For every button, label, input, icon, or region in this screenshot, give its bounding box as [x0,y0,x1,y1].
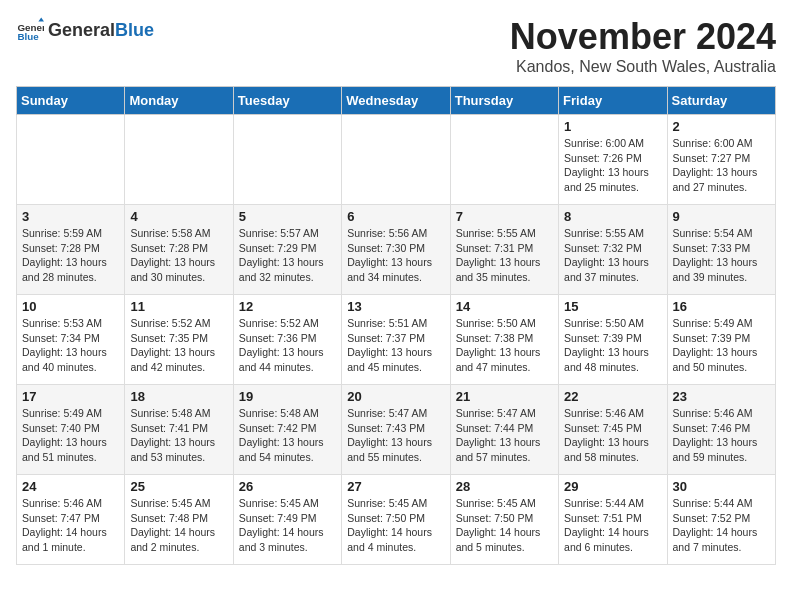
logo: General Blue GeneralBlue [16,16,154,44]
day-info: Sunrise: 5:45 AM Sunset: 7:49 PM Dayligh… [239,496,336,555]
day-info: Sunrise: 5:45 AM Sunset: 7:48 PM Dayligh… [130,496,227,555]
day-number: 19 [239,389,336,404]
calendar-cell: 28Sunrise: 5:45 AM Sunset: 7:50 PM Dayli… [450,475,558,565]
day-info: Sunrise: 5:45 AM Sunset: 7:50 PM Dayligh… [456,496,553,555]
svg-marker-2 [38,17,44,21]
day-number: 7 [456,209,553,224]
day-number: 24 [22,479,119,494]
day-info: Sunrise: 5:50 AM Sunset: 7:38 PM Dayligh… [456,316,553,375]
day-number: 4 [130,209,227,224]
calendar-cell: 25Sunrise: 5:45 AM Sunset: 7:48 PM Dayli… [125,475,233,565]
header: General Blue GeneralBlue November 2024 K… [16,16,776,76]
day-info: Sunrise: 5:48 AM Sunset: 7:42 PM Dayligh… [239,406,336,465]
day-number: 8 [564,209,661,224]
day-number: 17 [22,389,119,404]
calendar-week-row: 10Sunrise: 5:53 AM Sunset: 7:34 PM Dayli… [17,295,776,385]
calendar-cell: 9Sunrise: 5:54 AM Sunset: 7:33 PM Daylig… [667,205,775,295]
day-info: Sunrise: 5:54 AM Sunset: 7:33 PM Dayligh… [673,226,770,285]
calendar-cell: 14Sunrise: 5:50 AM Sunset: 7:38 PM Dayli… [450,295,558,385]
day-info: Sunrise: 5:55 AM Sunset: 7:31 PM Dayligh… [456,226,553,285]
day-number: 18 [130,389,227,404]
calendar-cell: 23Sunrise: 5:46 AM Sunset: 7:46 PM Dayli… [667,385,775,475]
calendar-cell: 19Sunrise: 5:48 AM Sunset: 7:42 PM Dayli… [233,385,341,475]
calendar-cell [125,115,233,205]
day-info: Sunrise: 5:59 AM Sunset: 7:28 PM Dayligh… [22,226,119,285]
calendar: SundayMondayTuesdayWednesdayThursdayFrid… [16,86,776,565]
calendar-cell: 16Sunrise: 5:49 AM Sunset: 7:39 PM Dayli… [667,295,775,385]
day-info: Sunrise: 5:46 AM Sunset: 7:45 PM Dayligh… [564,406,661,465]
day-info: Sunrise: 6:00 AM Sunset: 7:27 PM Dayligh… [673,136,770,195]
day-number: 30 [673,479,770,494]
calendar-cell: 8Sunrise: 5:55 AM Sunset: 7:32 PM Daylig… [559,205,667,295]
day-number: 26 [239,479,336,494]
day-number: 13 [347,299,444,314]
calendar-cell [17,115,125,205]
calendar-week-row: 24Sunrise: 5:46 AM Sunset: 7:47 PM Dayli… [17,475,776,565]
calendar-cell: 10Sunrise: 5:53 AM Sunset: 7:34 PM Dayli… [17,295,125,385]
day-info: Sunrise: 5:58 AM Sunset: 7:28 PM Dayligh… [130,226,227,285]
calendar-cell: 26Sunrise: 5:45 AM Sunset: 7:49 PM Dayli… [233,475,341,565]
day-number: 2 [673,119,770,134]
calendar-week-row: 1Sunrise: 6:00 AM Sunset: 7:26 PM Daylig… [17,115,776,205]
calendar-cell: 7Sunrise: 5:55 AM Sunset: 7:31 PM Daylig… [450,205,558,295]
day-info: Sunrise: 5:45 AM Sunset: 7:50 PM Dayligh… [347,496,444,555]
calendar-cell: 6Sunrise: 5:56 AM Sunset: 7:30 PM Daylig… [342,205,450,295]
day-info: Sunrise: 5:49 AM Sunset: 7:40 PM Dayligh… [22,406,119,465]
logo-text-general: General [48,20,115,41]
calendar-cell: 13Sunrise: 5:51 AM Sunset: 7:37 PM Dayli… [342,295,450,385]
day-info: Sunrise: 5:47 AM Sunset: 7:43 PM Dayligh… [347,406,444,465]
day-info: Sunrise: 5:44 AM Sunset: 7:52 PM Dayligh… [673,496,770,555]
day-info: Sunrise: 5:52 AM Sunset: 7:35 PM Dayligh… [130,316,227,375]
calendar-cell: 2Sunrise: 6:00 AM Sunset: 7:27 PM Daylig… [667,115,775,205]
calendar-cell: 20Sunrise: 5:47 AM Sunset: 7:43 PM Dayli… [342,385,450,475]
calendar-header-row: SundayMondayTuesdayWednesdayThursdayFrid… [17,87,776,115]
calendar-cell: 15Sunrise: 5:50 AM Sunset: 7:39 PM Dayli… [559,295,667,385]
day-number: 20 [347,389,444,404]
svg-text:Blue: Blue [17,31,39,42]
day-number: 14 [456,299,553,314]
weekday-header: Tuesday [233,87,341,115]
weekday-header: Sunday [17,87,125,115]
weekday-header: Monday [125,87,233,115]
day-info: Sunrise: 5:44 AM Sunset: 7:51 PM Dayligh… [564,496,661,555]
calendar-cell: 5Sunrise: 5:57 AM Sunset: 7:29 PM Daylig… [233,205,341,295]
calendar-cell: 27Sunrise: 5:45 AM Sunset: 7:50 PM Dayli… [342,475,450,565]
day-info: Sunrise: 5:48 AM Sunset: 7:41 PM Dayligh… [130,406,227,465]
day-number: 15 [564,299,661,314]
day-number: 6 [347,209,444,224]
weekday-header: Wednesday [342,87,450,115]
day-number: 5 [239,209,336,224]
day-info: Sunrise: 5:51 AM Sunset: 7:37 PM Dayligh… [347,316,444,375]
day-number: 28 [456,479,553,494]
day-number: 16 [673,299,770,314]
day-info: Sunrise: 5:57 AM Sunset: 7:29 PM Dayligh… [239,226,336,285]
logo-text-blue: Blue [115,20,154,41]
day-info: Sunrise: 5:56 AM Sunset: 7:30 PM Dayligh… [347,226,444,285]
day-number: 9 [673,209,770,224]
logo-icon: General Blue [16,16,44,44]
day-number: 10 [22,299,119,314]
day-info: Sunrise: 5:55 AM Sunset: 7:32 PM Dayligh… [564,226,661,285]
calendar-cell: 4Sunrise: 5:58 AM Sunset: 7:28 PM Daylig… [125,205,233,295]
calendar-cell: 22Sunrise: 5:46 AM Sunset: 7:45 PM Dayli… [559,385,667,475]
day-number: 23 [673,389,770,404]
calendar-cell: 1Sunrise: 6:00 AM Sunset: 7:26 PM Daylig… [559,115,667,205]
month-title: November 2024 [510,16,776,58]
calendar-cell [233,115,341,205]
calendar-cell: 17Sunrise: 5:49 AM Sunset: 7:40 PM Dayli… [17,385,125,475]
day-number: 1 [564,119,661,134]
weekday-header: Friday [559,87,667,115]
day-number: 11 [130,299,227,314]
day-number: 25 [130,479,227,494]
day-info: Sunrise: 5:52 AM Sunset: 7:36 PM Dayligh… [239,316,336,375]
day-info: Sunrise: 5:47 AM Sunset: 7:44 PM Dayligh… [456,406,553,465]
day-number: 22 [564,389,661,404]
calendar-cell: 3Sunrise: 5:59 AM Sunset: 7:28 PM Daylig… [17,205,125,295]
day-info: Sunrise: 5:49 AM Sunset: 7:39 PM Dayligh… [673,316,770,375]
day-info: Sunrise: 5:50 AM Sunset: 7:39 PM Dayligh… [564,316,661,375]
title-area: November 2024 Kandos, New South Wales, A… [510,16,776,76]
day-number: 12 [239,299,336,314]
day-number: 21 [456,389,553,404]
day-number: 29 [564,479,661,494]
calendar-cell: 11Sunrise: 5:52 AM Sunset: 7:35 PM Dayli… [125,295,233,385]
